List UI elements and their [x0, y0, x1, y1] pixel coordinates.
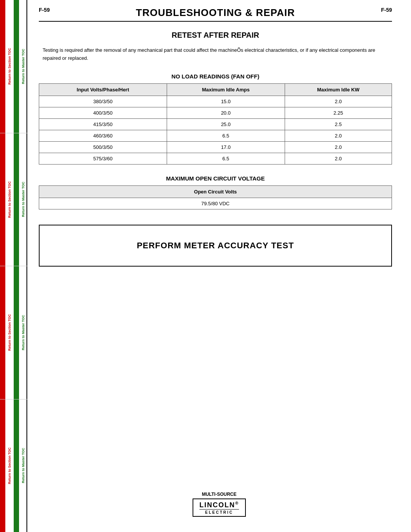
nav-bar-red-1	[0, 0, 5, 133]
nav-bar-green-1	[14, 0, 19, 133]
table-cell: 2.5	[285, 118, 392, 130]
nav-section-text-4: Return to Section TOC	[8, 447, 11, 484]
content-area: F-59 TROUBLESHOOTING & REPAIR F-59 RETES…	[27, 0, 411, 328]
nav-seg-1-4[interactable]: Return to Section TOC	[0, 399, 14, 532]
table-header-row: Input Volts/Phase/Hert Maximum Idle Amps…	[39, 83, 392, 96]
table-row: 575/3/606.52.0	[39, 153, 392, 164]
nav-label-section-2[interactable]: Return to Section TOC	[5, 133, 14, 266]
table-row: 460/3/606.52.0	[39, 130, 392, 141]
page-wrapper: Return to Section TOC Return to Section …	[0, 0, 411, 532]
open-circuit-table-body: 79.5/80 VDC	[39, 198, 392, 209]
nav-section-text-3: Return to Section TOC	[8, 314, 11, 351]
nav-master-text-4: Return to Master TOC	[22, 448, 25, 483]
page-main-title: TROUBLESHOOTING & REPAIR	[50, 7, 381, 19]
nav-bar-green-3	[14, 266, 19, 399]
left-nav: Return to Section TOC Return to Section …	[0, 0, 27, 532]
nav-label-section-1[interactable]: Return to Section TOC	[5, 0, 14, 133]
table-cell: 2.0	[285, 153, 392, 164]
table-row: 400/3/5020.02.25	[39, 107, 392, 118]
page-header: F-59 TROUBLESHOOTING & REPAIR F-59	[39, 7, 392, 22]
nav-label-section-3[interactable]: Return to Section TOC	[5, 266, 14, 399]
nav-col-1: Return to Section TOC Return to Section …	[0, 0, 14, 532]
table-cell: 79.5/80 VDC	[39, 198, 392, 209]
nav-label-master-2[interactable]: Return to Master TOC	[19, 133, 27, 266]
table-cell: 415/3/50	[39, 118, 167, 130]
nav-seg-2-3[interactable]: Return to Master TOC	[14, 266, 27, 399]
table-cell: 2.0	[285, 130, 392, 141]
lincoln-logo: LINCOLN® ELECTRIC	[193, 498, 246, 517]
nav-bar-green-2	[14, 133, 19, 266]
nav-master-text-1: Return to Master TOC	[22, 49, 25, 84]
nav-master-text-3: Return to Master TOC	[22, 315, 25, 350]
table-cell: 17.0	[167, 141, 285, 153]
col-header-volts: Input Volts/Phase/Hert	[39, 83, 167, 96]
no-load-heading: NO LOAD READINGS (FAN OFF)	[39, 73, 392, 80]
nav-bar-red-3	[0, 266, 5, 399]
table-cell: 25.0	[167, 118, 285, 130]
table-row: 415/3/5025.02.5	[39, 118, 392, 130]
table-cell: 380/3/50	[39, 96, 167, 107]
nav-seg-1-3[interactable]: Return to Section TOC	[0, 266, 14, 399]
table-cell: 2.0	[285, 141, 392, 153]
nav-bar-red-4	[0, 399, 5, 532]
table-cell: 2.25	[285, 107, 392, 118]
table-cell: 20.0	[167, 107, 285, 118]
meter-accuracy-box: PERFORM METER ACCURACY TEST	[39, 225, 392, 267]
section-title: RETEST AFTER REPAIR	[39, 31, 392, 40]
table-cell: 575/3/60	[39, 153, 167, 164]
nav-seg-1-1[interactable]: Return to Section TOC	[0, 0, 14, 133]
nav-label-master-3[interactable]: Return to Master TOC	[19, 266, 27, 399]
nav-label-section-4[interactable]: Return to Section TOC	[5, 399, 14, 532]
intro-paragraph: Testing is required after the removal of…	[43, 46, 388, 62]
table-cell: 15.0	[167, 96, 285, 107]
no-load-table: Input Volts/Phase/Hert Maximum Idle Amps…	[39, 83, 392, 165]
oc-col-header: Open Circuit Volts	[39, 185, 392, 198]
meter-accuracy-text: PERFORM METER ACCURACY TEST	[137, 241, 294, 250]
lincoln-name: LINCOLN®	[199, 501, 239, 509]
table-row: 79.5/80 VDC	[39, 198, 392, 209]
open-circuit-table: Open Circuit Volts 79.5/80 VDC	[39, 185, 392, 209]
oc-header-row: Open Circuit Volts	[39, 185, 392, 198]
nav-seg-2-2[interactable]: Return to Master TOC	[14, 133, 27, 267]
page-number-left: F-59	[39, 7, 50, 13]
page-number-right: F-59	[381, 7, 392, 13]
nav-label-master-1[interactable]: Return to Master TOC	[19, 0, 27, 133]
nav-bar-red-2	[0, 133, 5, 266]
open-circuit-heading: MAXIMUM OPEN CIRCUIT VOLTAGE	[39, 175, 392, 182]
footer-area: MULTI-SOURCE LINCOLN® ELECTRIC	[27, 492, 411, 517]
table-row: 500/3/5017.02.0	[39, 141, 392, 153]
table-cell: 400/3/50	[39, 107, 167, 118]
table-cell: 500/3/50	[39, 141, 167, 153]
table-cell: 460/3/60	[39, 130, 167, 141]
col-header-amps: Maximum Idle Amps	[167, 83, 285, 96]
nav-section-text-1: Return to Section TOC	[8, 48, 11, 85]
multi-source-label: MULTI-SOURCE	[202, 492, 236, 497]
nav-bar-green-4	[14, 399, 19, 532]
table-cell: 6.5	[167, 153, 285, 164]
nav-seg-2-1[interactable]: Return to Master TOC	[14, 0, 27, 133]
nav-label-master-4[interactable]: Return to Master TOC	[19, 399, 27, 532]
col-header-kw: Maximum Idle KW	[285, 83, 392, 96]
nav-seg-2-4[interactable]: Return to Master TOC	[14, 399, 27, 532]
table-cell: 6.5	[167, 130, 285, 141]
nav-section-text-2: Return to Section TOC	[8, 181, 11, 218]
lincoln-electric: ELECTRIC	[199, 509, 239, 514]
nav-seg-1-2[interactable]: Return to Section TOC	[0, 133, 14, 267]
table-row: 380/3/5015.02.0	[39, 96, 392, 107]
nav-col-2: Return to Master TOC Return to Master TO…	[14, 0, 27, 532]
table-cell: 2.0	[285, 96, 392, 107]
reg-symbol: ®	[235, 501, 239, 505]
no-load-table-body: 380/3/5015.02.0400/3/5020.02.25415/3/502…	[39, 96, 392, 164]
nav-master-text-2: Return to Master TOC	[22, 182, 25, 217]
